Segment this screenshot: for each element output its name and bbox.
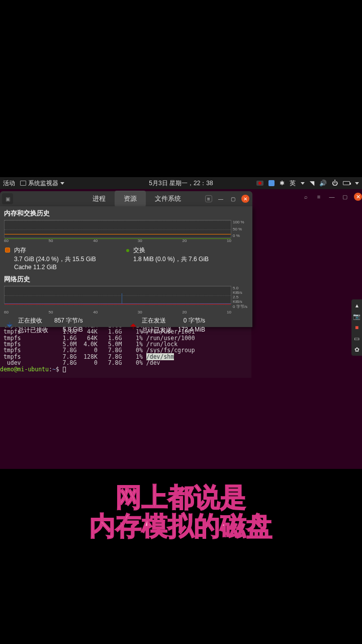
download-arrow-icon [5, 321, 14, 330]
caption-line-1: 网上都说是 [0, 483, 362, 512]
net-chart-xlabels: 605040302010 [0, 309, 252, 314]
memory-color-swatch [5, 248, 10, 253]
wifi-icon[interactable]: ◥ [310, 180, 314, 187]
battery-icon[interactable] [343, 181, 350, 185]
terminal-window-controls: ⌕ ≡ — ▢ ✕ [302, 193, 362, 201]
terminal-search-button[interactable]: ⌕ [302, 193, 310, 201]
recv-total-label: 总计已接收 [18, 326, 48, 335]
minimize-button[interactable]: — [328, 193, 336, 201]
expand-arrow-icon[interactable]: ▴ [353, 301, 361, 309]
power-icon[interactable]: ⏻ [332, 180, 338, 187]
maximize-button[interactable]: ▢ [341, 193, 349, 201]
chevron-down-icon [301, 182, 305, 185]
sysmon-tabs: 进程 资源 文件系统 [83, 191, 190, 207]
chevron-down-icon [355, 182, 359, 185]
clock[interactable]: 5月3日 星期一，22：38 [149, 179, 213, 188]
upload-arrow-icon [129, 321, 138, 330]
settings-button[interactable]: ✿ [353, 346, 361, 354]
app-menu[interactable]: 系统监视器 [20, 179, 64, 188]
swap-color-swatch [126, 249, 129, 252]
hamburger-menu-button[interactable]: ≡ [205, 195, 212, 202]
memory-cache: Cache 11.2 GiB [14, 263, 96, 271]
sending-info: 正在发送 0 字节/s 总计已发送 172.4 MiB [129, 316, 247, 335]
chevron-down-icon [60, 182, 64, 185]
recv-rate: 857 字节/s [54, 316, 83, 325]
tab-filesystems[interactable]: 文件系统 [146, 191, 190, 207]
send-rate: 0 字节/s [178, 316, 205, 325]
app-indicator-icon[interactable] [268, 180, 275, 186]
memory-label: 内存 [14, 246, 96, 254]
mem-section-title: 内存和交换历史 [0, 206, 252, 220]
gnome-topbar: 活动 系统监视器 5月3日 星期一，22：38 ✱ 英 ◥ 🔊 ⏻ [0, 177, 362, 189]
caption-line-2: 内存模拟的磁盘 [0, 512, 362, 540]
mem-chart-ylabels: 100 %50 %0 % [231, 220, 248, 238]
close-button[interactable]: ✕ [241, 195, 249, 203]
record-button[interactable]: ■ [353, 324, 361, 332]
volume-icon[interactable]: 🔊 [319, 180, 327, 187]
ime-indicator[interactable]: 英 [290, 179, 296, 188]
minimize-button[interactable]: — [217, 195, 224, 202]
swap-value: 1.8 MiB (0.0 %)，共 7.6 GiB [133, 255, 209, 263]
network-history-chart [4, 286, 231, 304]
screen-record-indicator[interactable] [256, 181, 263, 186]
recv-total: 5.8 GiB [54, 326, 83, 335]
monitor-icon [20, 181, 26, 186]
swap-info: 交换 1.8 MiB (0.0 %)，共 7.6 GiB [126, 246, 247, 271]
video-caption: 网上都说是 内存模拟的磁盘 [0, 483, 362, 540]
memory-history-chart [4, 220, 231, 238]
screenshot-button[interactable]: 📷 [353, 312, 361, 320]
send-label: 正在发送 [142, 316, 172, 325]
activities-button[interactable]: 活动 [3, 179, 15, 188]
close-button[interactable]: ✕ [354, 193, 362, 201]
accessibility-icon[interactable]: ✱ [280, 180, 285, 187]
send-total-label: 总计已发送 [142, 326, 172, 335]
maximize-button[interactable]: ▢ [229, 195, 236, 202]
memory-info: 内存 3.7 GiB (24.0 %)，共 15.5 GiB Cache 11.… [5, 246, 126, 271]
recv-label: 正在接收 [18, 316, 48, 325]
receiving-info: 正在接收 857 字节/s 总计已接收 5.8 GiB [5, 316, 124, 335]
swap-label: 交换 [133, 246, 209, 254]
tab-processes[interactable]: 进程 [83, 191, 115, 207]
sysmon-resources-panel: 内存和交换历史 100 %50 %0 % 605040302010 内存 3.7… [0, 206, 252, 327]
net-section-title: 网络历史 [0, 272, 252, 286]
memory-value: 3.7 GiB (24.0 %)，共 15.5 GiB [14, 255, 96, 263]
tab-resources[interactable]: 资源 [115, 191, 146, 207]
terminal-menu-button[interactable]: ≡ [315, 193, 323, 201]
screencast-toolbar: ▴ 📷 ■ ▭ ✿ [351, 299, 362, 356]
sysmon-titlebar[interactable]: ▣ 进程 资源 文件系统 ≡ — ▢ ✕ [0, 191, 252, 206]
terminal-icon: ▣ [2, 193, 13, 204]
net-chart-ylabels: 5.0 KiB/s2.5 KiB/s0 字节/s [231, 286, 248, 309]
app-menu-label: 系统监视器 [28, 179, 58, 188]
webcam-button[interactable]: ▭ [353, 335, 361, 343]
send-total: 172.4 MiB [178, 326, 205, 335]
